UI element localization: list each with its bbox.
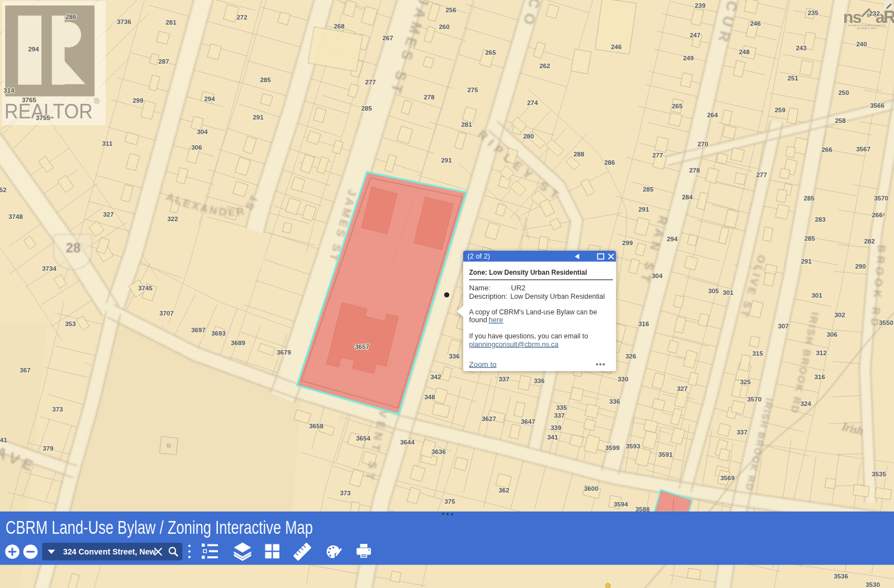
- svg-text:282: 282: [864, 238, 874, 245]
- svg-text:3600: 3600: [584, 485, 598, 492]
- svg-text:291: 291: [253, 114, 264, 121]
- svg-text:260: 260: [439, 23, 449, 30]
- svg-text:285: 285: [804, 235, 815, 242]
- svg-text:246: 246: [750, 20, 760, 27]
- svg-text:Zoom to: Zoom to: [469, 360, 497, 369]
- svg-text:301: 301: [811, 292, 822, 299]
- svg-text:311: 311: [102, 140, 113, 147]
- svg-text:278: 278: [424, 94, 435, 101]
- svg-text:330: 330: [617, 376, 628, 383]
- svg-text:306: 306: [826, 331, 837, 338]
- svg-text:3658: 3658: [309, 423, 324, 429]
- svg-text:CBRM Land-Use Bylaw / Zoning I: CBRM Land-Use Bylaw / Zoning Interactive…: [6, 517, 313, 538]
- svg-text:240: 240: [856, 41, 867, 47]
- svg-text:288: 288: [573, 151, 584, 157]
- svg-text:301: 301: [722, 289, 734, 296]
- svg-text:planningconsult@cbrm.ns.ca: planningconsult@cbrm.ns.ca: [469, 340, 559, 348]
- svg-text:A copy of CBRM's Land-use Byla: A copy of CBRM's Land-use Bylaw can be: [469, 308, 597, 316]
- svg-text:3627: 3627: [482, 415, 496, 422]
- svg-text:299: 299: [132, 97, 143, 104]
- svg-text:264: 264: [707, 112, 718, 118]
- svg-text:3647: 3647: [521, 418, 535, 425]
- svg-text:270: 270: [697, 141, 708, 147]
- svg-text:277: 277: [652, 152, 663, 159]
- svg-text:284: 284: [682, 194, 693, 200]
- svg-text:294: 294: [204, 95, 215, 102]
- svg-text:325: 325: [740, 379, 751, 385]
- svg-text:3765: 3765: [22, 97, 36, 103]
- svg-text:291: 291: [801, 258, 812, 265]
- svg-text:232: 232: [869, 10, 879, 17]
- svg-text:281: 281: [461, 121, 472, 128]
- svg-text:3745: 3745: [138, 285, 153, 291]
- svg-text:375: 375: [444, 498, 455, 505]
- svg-text:Low Density Urban Residential: Low Density Urban Residential: [511, 292, 605, 300]
- svg-text:258: 258: [835, 117, 846, 124]
- svg-text:28: 28: [66, 240, 81, 255]
- svg-text:336: 336: [534, 377, 544, 384]
- svg-text:305: 305: [708, 288, 719, 294]
- svg-text:259: 259: [774, 107, 785, 113]
- svg-text:266: 266: [821, 146, 832, 153]
- svg-text:307: 307: [778, 323, 788, 329]
- svg-text:3570: 3570: [747, 396, 762, 403]
- svg-text:285: 285: [643, 186, 654, 193]
- svg-text:274: 274: [527, 99, 538, 106]
- svg-text:294: 294: [667, 236, 678, 242]
- svg-text:272: 272: [236, 14, 247, 21]
- svg-text:327: 327: [103, 211, 113, 218]
- svg-text:3570: 3570: [874, 195, 888, 202]
- svg-text:291: 291: [638, 206, 649, 213]
- svg-text:3654: 3654: [356, 435, 370, 442]
- svg-text:342: 342: [430, 374, 441, 380]
- svg-text:3550: 3550: [879, 319, 893, 326]
- svg-text:248: 248: [739, 49, 750, 55]
- svg-text:3536: 3536: [834, 573, 848, 580]
- svg-text:3594: 3594: [614, 501, 628, 508]
- svg-text:336: 336: [609, 398, 620, 405]
- svg-text:335: 335: [556, 404, 567, 411]
- svg-text:314: 314: [3, 87, 15, 94]
- svg-text:326: 326: [625, 353, 636, 360]
- svg-text:275: 275: [467, 87, 478, 93]
- svg-text:285: 285: [260, 77, 271, 83]
- svg-text:336: 336: [449, 353, 459, 360]
- svg-text:316: 316: [814, 374, 825, 380]
- svg-text:3567: 3567: [856, 146, 871, 152]
- svg-text:353: 353: [65, 321, 75, 327]
- svg-text:283: 283: [815, 216, 825, 223]
- svg-text:341: 341: [547, 434, 558, 441]
- svg-text:250: 250: [838, 89, 849, 96]
- svg-text:262: 262: [539, 63, 550, 69]
- svg-text:373: 373: [340, 490, 350, 496]
- svg-text:Name:: Name:: [469, 284, 491, 292]
- svg-text:3636: 3636: [431, 448, 446, 455]
- svg-text:327: 327: [677, 385, 687, 392]
- svg-text:246: 246: [611, 44, 621, 50]
- svg-text:290: 290: [855, 263, 866, 270]
- svg-text:322: 322: [167, 216, 178, 222]
- svg-text:3741: 3741: [0, 437, 7, 443]
- svg-text:3535: 3535: [872, 471, 886, 477]
- svg-text:299: 299: [622, 240, 633, 246]
- svg-text:315: 315: [752, 350, 763, 357]
- svg-text:found: found: [469, 315, 488, 324]
- svg-text:3689: 3689: [231, 340, 245, 346]
- svg-text:266: 266: [872, 212, 882, 218]
- svg-text:268: 268: [334, 23, 345, 30]
- svg-text:277: 277: [756, 171, 767, 178]
- svg-text:304: 304: [197, 128, 208, 135]
- svg-text:3707: 3707: [159, 310, 174, 317]
- svg-text:251: 251: [787, 75, 798, 82]
- svg-text:304: 304: [652, 273, 663, 279]
- svg-text:3599: 3599: [605, 444, 620, 451]
- svg-text:247: 247: [689, 32, 700, 39]
- svg-text:306: 306: [191, 144, 202, 151]
- svg-text:287: 287: [158, 58, 169, 65]
- svg-text:Description:: Description:: [469, 292, 508, 300]
- svg-text:316: 316: [638, 321, 649, 327]
- svg-text:337: 337: [736, 429, 747, 436]
- svg-text:265: 265: [485, 49, 496, 56]
- svg-text:243: 243: [796, 45, 806, 51]
- svg-text:3593: 3593: [626, 443, 640, 450]
